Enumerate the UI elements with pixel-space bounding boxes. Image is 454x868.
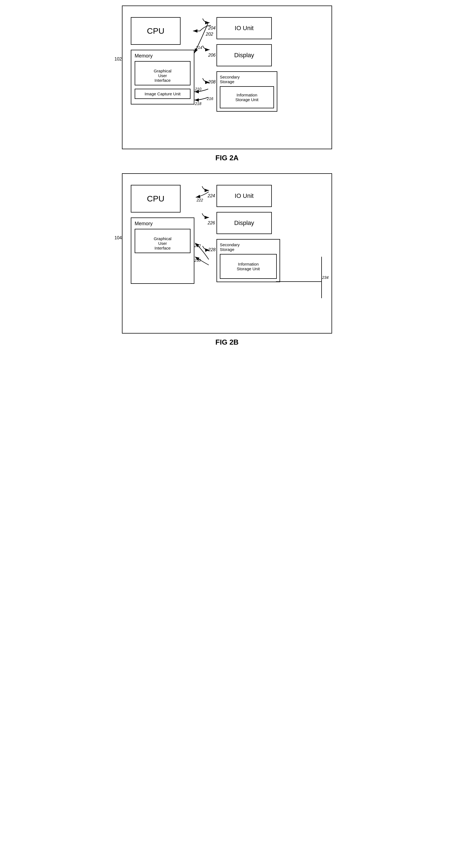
fig2a-right-col: 204 IO Unit — [216, 17, 289, 112]
fig2a-io-unit-box: IO Unit — [216, 17, 272, 39]
figures-container: ↗ 102 CPU — [119, 5, 335, 346]
fig2b-io-unit-box: IO Unit — [216, 185, 272, 207]
ref-104-label: 104 — [115, 236, 122, 241]
fig2b-left-col: CPU Memory Graphical User Interface — [131, 185, 203, 284]
fig2a-secondary-label: Secondary Storage — [220, 74, 274, 84]
fig2b-cpu-row: CPU — [131, 185, 203, 213]
arrow-208-svg — [203, 81, 211, 92]
fig2a-outer-box: ↗ 102 CPU — [122, 5, 332, 149]
arrow-224-svg — [202, 190, 210, 202]
fig2a-wrapper: ↗ 102 CPU — [119, 5, 335, 162]
fig2a-secondary-storage: 208 Secondary Storage — [216, 71, 289, 112]
fig2a-left-col: CPU — [131, 17, 203, 104]
fig2b-display-row: 226 Display — [216, 212, 289, 234]
ref-102: ↗ 102 — [114, 56, 122, 62]
fig2b-outer-box: ↗ 104 CPU Memory — [122, 173, 332, 334]
arrow-204-svg — [203, 23, 211, 34]
fig2b-memory-label: Memory — [135, 221, 190, 226]
arrow-226-svg — [202, 217, 210, 228]
fig2a-label: FIG 2A — [215, 154, 239, 162]
fig2a-cpu-box: CPU — [131, 17, 181, 45]
fig2a-memory-label: Memory — [135, 53, 190, 59]
fig2a-memory-box: Memory Graphical User Interface Image Ca… — [131, 50, 194, 104]
fig2a-cpu-row: CPU — [131, 17, 203, 45]
fig2b-gui-box: Graphical User Interface — [135, 229, 190, 253]
fig2a-secondary-box: Secondary Storage Information Storage Un… — [216, 71, 277, 112]
ref-102-label: 102 — [115, 57, 122, 62]
fig2a-io-row: 204 IO Unit — [216, 17, 289, 39]
fig2b-secondary-label: Secondary Storage — [220, 242, 277, 252]
fig2a-image-capture-box: Image Capture Unit — [135, 89, 190, 99]
fig2b-memory-box: Memory Graphical User Interface — [131, 217, 194, 284]
arrow-228-svg — [203, 249, 211, 260]
fig2b-info-storage-box: Information Storage Unit — [220, 254, 277, 279]
fig2a-gui-box: Graphical User Interface — [135, 61, 190, 85]
fig2b-cpu-box: CPU — [131, 185, 181, 213]
fig2a-info-storage-box: Information Storage Unit — [220, 86, 274, 108]
fig2b-wrapper: ↗ 104 CPU Memory — [119, 173, 335, 346]
fig2a-display-box: Display — [216, 44, 272, 66]
fig2b-io-row: 224 IO Unit — [216, 185, 289, 207]
fig2b-display-box: Display — [216, 212, 272, 234]
ref-104: ↗ 104 — [114, 235, 122, 241]
fig2b-secondary-storage: 228 Secondary Storage — [216, 239, 289, 282]
fig2b-secondary-box: Secondary Storage Information Storage Un… — [216, 239, 280, 282]
arrow-206-svg — [203, 50, 211, 61]
fig2a-display-row: 206 Display — [216, 44, 289, 66]
fig2b-right-col: 224 IO Unit — [216, 185, 289, 282]
fig2b-label: FIG 2B — [215, 338, 239, 346]
